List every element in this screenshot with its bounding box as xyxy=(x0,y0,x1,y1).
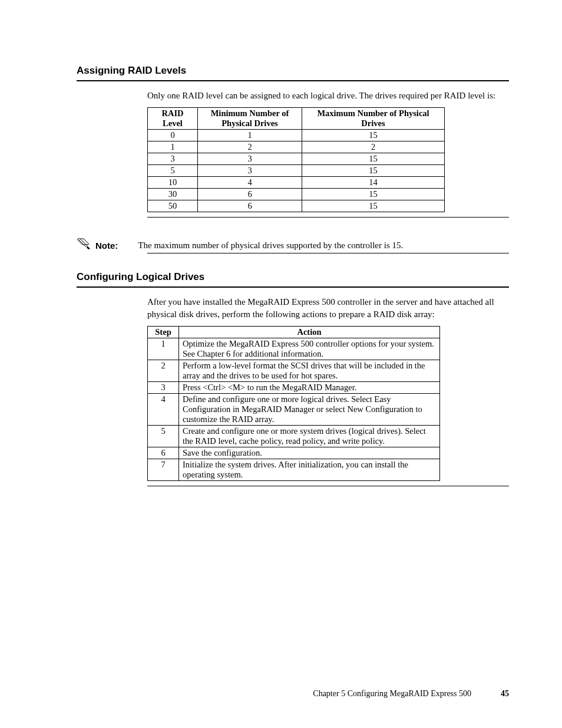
cell: Press <Ctrl> <M> to run the MegaRAID Man… xyxy=(179,381,440,393)
table-row: 5 Create and configure one or more syste… xyxy=(148,425,440,447)
footer-chapter: Chapter 5 Configuring MegaRAID Express 5… xyxy=(313,689,471,699)
cell: 6 xyxy=(148,447,179,459)
table-row: 1 2 2 xyxy=(148,141,445,153)
note-text: The maximum number of physical drives su… xyxy=(138,241,403,251)
cell: Perform a low-level format the SCSI driv… xyxy=(179,360,440,381)
cell: Optimize the MegaRAID Express 500 contro… xyxy=(179,338,440,360)
th-min-drives: Minimum Number of Physical Drives xyxy=(198,108,302,130)
cell: 6 xyxy=(198,200,302,212)
cell: 50 xyxy=(148,200,198,212)
cell: 1 xyxy=(148,338,179,360)
th-max-drives: Maximum Number of Physical Drives xyxy=(302,108,445,130)
cell: 2 xyxy=(198,141,302,153)
note-label: Note: xyxy=(95,241,118,251)
cell: 3 xyxy=(198,153,302,165)
table-row: 1 Optimize the MegaRAID Express 500 cont… xyxy=(148,338,440,360)
cell: 3 xyxy=(198,165,302,177)
table-header-row: Step Action xyxy=(148,326,440,338)
table-row: 2 Perform a low-level format the SCSI dr… xyxy=(148,360,440,381)
table-row: 4 Define and configure one or more logic… xyxy=(148,393,440,425)
table-row: 50 6 15 xyxy=(148,200,445,212)
cell: 3 xyxy=(148,153,198,165)
svg-marker-3 xyxy=(87,246,90,249)
table-row: 6 Save the configuration. xyxy=(148,447,440,459)
cell: 1 xyxy=(198,130,302,141)
cell: 4 xyxy=(148,393,179,425)
table-row: 0 1 15 xyxy=(148,130,445,141)
cell: 5 xyxy=(148,425,179,447)
table-row: 7 Initialize the system drives. After in… xyxy=(148,459,440,480)
page-footer: Chapter 5 Configuring MegaRAID Express 5… xyxy=(0,689,562,699)
cell: 4 xyxy=(198,177,302,189)
cell: 3 xyxy=(148,381,179,393)
cell: 15 xyxy=(302,165,445,177)
rule xyxy=(77,80,509,81)
section-heading-assigning: Assigning RAID Levels xyxy=(77,65,509,77)
table-row: 3 Press <Ctrl> <M> to run the MegaRAID M… xyxy=(148,381,440,393)
cell: Create and configure one or more system … xyxy=(179,425,440,447)
cell: 2 xyxy=(302,141,445,153)
raid-levels-table: RAID Level Minimum Number of Physical Dr… xyxy=(147,107,445,212)
cell: 15 xyxy=(302,189,445,200)
rule xyxy=(147,217,509,218)
section-heading-configuring: Configuring Logical Drives xyxy=(77,271,509,283)
cell: Save the configuration. xyxy=(179,447,440,459)
footer-page-number: 45 xyxy=(501,689,509,699)
cell: 5 xyxy=(148,165,198,177)
note-block: Note: The maximum number of physical dri… xyxy=(77,238,509,251)
th-step: Step xyxy=(148,326,179,338)
cell: 2 xyxy=(148,360,179,381)
cell: 15 xyxy=(302,200,445,212)
table-row: 30 6 15 xyxy=(148,189,445,200)
rule xyxy=(77,286,509,288)
th-action: Action xyxy=(179,326,440,338)
rule xyxy=(147,486,509,486)
table-row: 5 3 15 xyxy=(148,165,445,177)
cell: 30 xyxy=(148,189,198,200)
table-header-row: RAID Level Minimum Number of Physical Dr… xyxy=(148,108,445,130)
table-row: 3 3 15 xyxy=(148,153,445,165)
cell: 15 xyxy=(302,153,445,165)
cell: 0 xyxy=(148,130,198,141)
cell: 6 xyxy=(198,189,302,200)
cell: 7 xyxy=(148,459,179,480)
pencil-icon xyxy=(77,238,92,251)
cell: Define and configure one or more logical… xyxy=(179,393,440,425)
th-raid-level: RAID Level xyxy=(148,108,198,130)
cell: 1 xyxy=(148,141,198,153)
cell: 10 xyxy=(148,177,198,189)
table-row: 10 4 14 xyxy=(148,177,445,189)
cell: 15 xyxy=(302,130,445,141)
rule xyxy=(147,253,509,253)
section1-paragraph: Only one RAID level can be assigned to e… xyxy=(147,90,509,101)
steps-table: Step Action 1 Optimize the MegaRAID Expr… xyxy=(147,326,440,481)
section2-paragraph: After you have installed the MegaRAID Ex… xyxy=(147,296,509,320)
cell: 14 xyxy=(302,177,445,189)
cell: Initialize the system drives. After init… xyxy=(179,459,440,480)
